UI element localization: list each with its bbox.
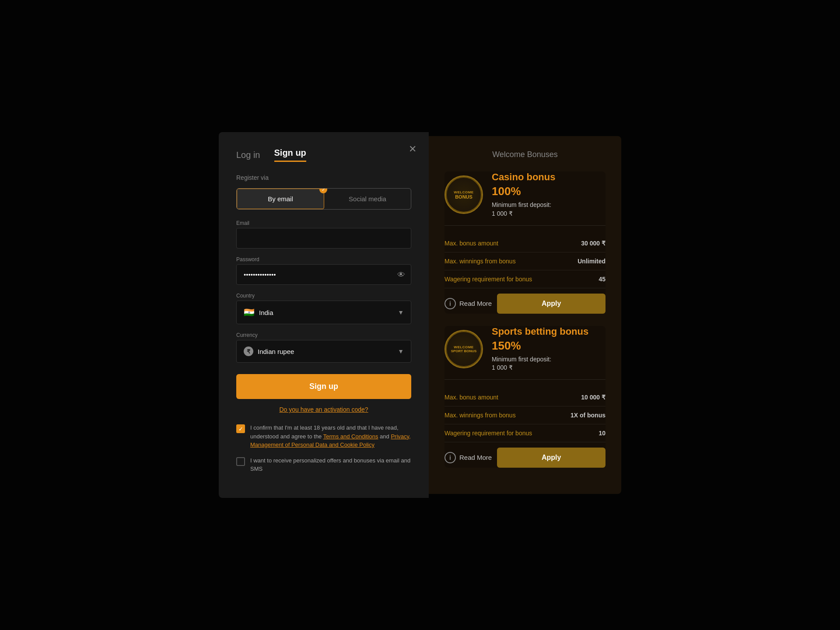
- register-via-label: Register via: [236, 174, 411, 181]
- sports-apply-button[interactable]: Apply: [497, 448, 606, 468]
- sports-bonus-actions: i Read More Apply: [444, 442, 606, 468]
- casino-badge-welcome: WELCOME: [454, 190, 473, 194]
- casino-bonus-header: WELCOME BONUS Casino bonus 100% Minimum …: [444, 172, 606, 225]
- country-flag: 🇮🇳: [244, 307, 255, 318]
- sports-wagering-value: 10: [598, 430, 606, 437]
- info-icon: i: [444, 298, 456, 309]
- chevron-down-icon: ▼: [398, 309, 404, 316]
- terms-checkbox[interactable]: ✓: [236, 424, 245, 433]
- casino-badge-circle: WELCOME BONUS: [446, 177, 482, 213]
- sports-max-winnings-label: Max. winnings from bonus: [444, 412, 516, 419]
- casino-wagering-label: Wagering requirement for bonus: [444, 276, 532, 283]
- sports-wagering-label: Wagering requirement for bonus: [444, 430, 532, 437]
- offers-checkbox-row: I want to receive personalized offers an…: [236, 456, 411, 473]
- sports-bonus-percent: 150%: [492, 339, 588, 353]
- currency-group: Currency ₹ Indian rupee ▼: [236, 332, 411, 363]
- sports-badge-main: SPORT BONUS: [451, 349, 477, 353]
- email-label: Email: [236, 220, 411, 226]
- casino-bonus-percent: 100%: [492, 185, 555, 198]
- terms-checkbox-row: ✓ I confirm that I'm at least 18 years o…: [236, 424, 411, 449]
- bonuses-panel: Welcome Bonuses WELCOME BONUS Casino bon…: [429, 136, 621, 494]
- country-label: Country: [236, 293, 411, 299]
- sports-bonus-title: Sports betting bonus: [492, 326, 588, 337]
- currency-select[interactable]: ₹ Indian rupee ▼: [236, 340, 411, 363]
- sports-read-more-button[interactable]: i Read More: [444, 452, 492, 463]
- casino-max-winnings-row: Max. winnings from bonus Unlimited: [444, 252, 606, 270]
- country-group: Country 🇮🇳 India ▼: [236, 293, 411, 324]
- casino-bonus-info: Casino bonus 100% Minimum first deposit:…: [492, 172, 555, 218]
- bonuses-title: Welcome Bonuses: [444, 150, 606, 159]
- method-email-button[interactable]: By email: [237, 189, 324, 209]
- email-input[interactable]: [236, 228, 411, 248]
- registration-panel: Log in Sign up ✕ Register via By email S…: [219, 132, 429, 498]
- sports-wagering-row: Wagering requirement for bonus 10: [444, 424, 606, 442]
- password-input[interactable]: [236, 264, 411, 285]
- password-label: Password: [236, 256, 411, 262]
- sports-max-winnings-value: 1X of bonus: [570, 412, 606, 419]
- register-method-selector: By email Social media: [236, 188, 411, 210]
- sports-min-deposit: Minimum first deposit: 1 000 ₹: [492, 355, 588, 372]
- chevron-down-icon: ▼: [398, 348, 404, 355]
- country-select[interactable]: 🇮🇳 India ▼: [236, 301, 411, 324]
- toggle-password-icon[interactable]: 👁: [397, 270, 405, 279]
- casino-max-bonus-row: Max. bonus amount 30 000 ₹: [444, 234, 606, 252]
- casino-wagering-row: Wagering requirement for bonus 45: [444, 270, 606, 288]
- auth-tabs: Log in Sign up: [236, 148, 411, 162]
- sports-bonus-header: WELCOME SPORT BONUS Sports betting bonus…: [444, 326, 606, 380]
- sports-max-bonus-label: Max. bonus amount: [444, 394, 498, 401]
- signup-button[interactable]: Sign up: [236, 374, 411, 399]
- tab-signup[interactable]: Sign up: [274, 148, 306, 162]
- tab-login[interactable]: Log in: [236, 150, 260, 160]
- currency-label: Currency: [236, 332, 411, 338]
- casino-min-deposit: Minimum first deposit: 1 000 ₹: [492, 201, 555, 218]
- offers-checkbox[interactable]: [236, 457, 245, 466]
- sports-badge-circle: WELCOME SPORT BONUS: [446, 331, 482, 367]
- casino-badge-main: BONUS: [455, 194, 472, 200]
- casino-max-bonus-value: 30 000 ₹: [581, 240, 606, 247]
- casino-bonus-title: Casino bonus: [492, 172, 555, 183]
- casino-max-winnings-label: Max. winnings from bonus: [444, 258, 516, 265]
- sports-max-winnings-row: Max. winnings from bonus 1X of bonus: [444, 406, 606, 424]
- sports-bonus-card: WELCOME SPORT BONUS Sports betting bonus…: [444, 326, 606, 468]
- currency-icon: ₹: [244, 346, 253, 356]
- terms-text: I confirm that I'm at least 18 years old…: [250, 424, 411, 449]
- password-wrapper: 👁: [236, 264, 411, 285]
- activation-code-link[interactable]: Do you have an activation code?: [236, 406, 411, 413]
- sports-max-bonus-value: 10 000 ₹: [581, 394, 606, 401]
- casino-max-bonus-label: Max. bonus amount: [444, 240, 498, 247]
- casino-bonus-badge: WELCOME BONUS: [444, 175, 483, 214]
- casino-max-winnings-value: Unlimited: [578, 258, 606, 265]
- sports-badge-welcome: WELCOME: [454, 345, 473, 349]
- terms-link[interactable]: Terms and Conditions: [323, 433, 378, 440]
- sports-bonus-badge: WELCOME SPORT BONUS: [444, 330, 483, 368]
- casino-read-more-button[interactable]: i Read More: [444, 298, 492, 309]
- sports-bonus-info: Sports betting bonus 150% Minimum first …: [492, 326, 588, 372]
- casino-wagering-value: 45: [598, 276, 606, 283]
- country-value: India: [259, 309, 393, 316]
- info-icon: i: [444, 452, 456, 463]
- method-social-button[interactable]: Social media: [324, 189, 411, 209]
- casino-apply-button[interactable]: Apply: [497, 294, 606, 314]
- currency-value: Indian rupee: [258, 348, 393, 355]
- sports-max-bonus-row: Max. bonus amount 10 000 ₹: [444, 388, 606, 406]
- close-button[interactable]: ✕: [409, 144, 416, 154]
- offers-text: I want to receive personalized offers an…: [250, 456, 411, 473]
- casino-bonus-card: WELCOME BONUS Casino bonus 100% Minimum …: [444, 172, 606, 313]
- email-group: Email: [236, 220, 411, 248]
- password-group: Password 👁: [236, 256, 411, 285]
- casino-bonus-actions: i Read More Apply: [444, 288, 606, 314]
